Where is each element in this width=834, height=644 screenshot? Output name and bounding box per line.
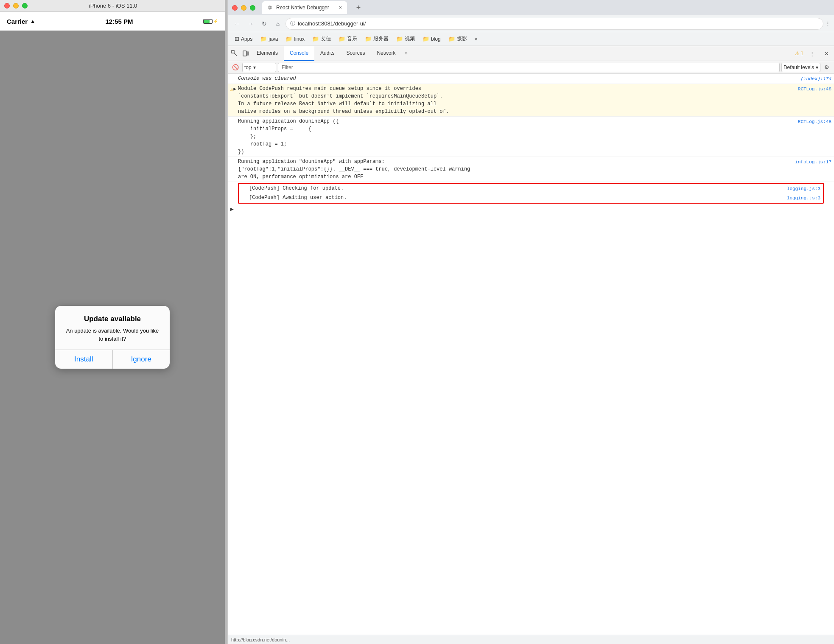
- tab-console[interactable]: Console: [284, 46, 314, 61]
- entry-icon-running2: [230, 158, 238, 159]
- devtools-tabs: Elements Console Audits Sources Network …: [228, 46, 834, 61]
- extension-area: ⋮: [825, 20, 831, 27]
- home-button[interactable]: ⌂: [272, 18, 284, 30]
- customize-button[interactable]: ⋮: [806, 48, 818, 59]
- extensions-icon: ⋮: [825, 20, 831, 27]
- bookmark-java[interactable]: 📁 java: [257, 35, 281, 43]
- statusbar-time: 12:55 PM: [106, 18, 133, 25]
- console-entry-running1: Running application dounineApp ({ initia…: [228, 117, 834, 157]
- chrome-minimize-button[interactable]: [241, 5, 246, 11]
- console-input[interactable]: [236, 206, 831, 212]
- tab-audits[interactable]: Audits: [314, 46, 340, 61]
- context-label: top: [244, 64, 252, 70]
- info-icon: ⓘ: [290, 20, 295, 27]
- entry-source-cleared[interactable]: (index):174: [797, 75, 831, 83]
- element-picker-icon[interactable]: [229, 48, 240, 59]
- bookmark-apps[interactable]: ⊞ Apps: [231, 35, 256, 43]
- console-prompt: ▶: [230, 206, 234, 213]
- video-bookmark-icon: 📁: [396, 36, 403, 42]
- bookmark-aijia[interactable]: 📁 艾佳: [309, 34, 334, 43]
- ignore-button[interactable]: Ignore: [113, 350, 170, 369]
- bookmark-music[interactable]: 📁 音乐: [335, 34, 361, 43]
- close-devtools-button[interactable]: ✕: [820, 48, 832, 59]
- statusbar-right: ⚡: [203, 19, 218, 24]
- reload-button[interactable]: ↻: [258, 18, 270, 30]
- bookmark-aijia-label: 艾佳: [321, 35, 331, 42]
- devtools-panel: ⚛ React Native Debugger × + ← → ↻ ⌂ ⓘ lo…: [227, 0, 834, 644]
- forward-button[interactable]: →: [245, 18, 257, 30]
- install-button[interactable]: Install: [55, 350, 113, 369]
- entry-source-warning[interactable]: RCTLog.js:48: [795, 85, 831, 93]
- address-bar[interactable]: ⓘ localhost:8081/debugger-ui/: [285, 18, 823, 30]
- entry-text-running2: Running application "dounineApp" with ap…: [238, 158, 792, 181]
- console-entry-cleared: Console was cleared (index):174: [228, 74, 834, 84]
- bookmark-photo-label: 摄影: [457, 35, 467, 42]
- context-selector[interactable]: top ▾: [242, 63, 276, 72]
- statusbar-left: Carrier ▲: [7, 18, 35, 25]
- chrome-close-button[interactable]: [232, 5, 238, 11]
- simulator-titlebar: iPhone 6 - iOS 11.0: [0, 0, 225, 12]
- carrier-label: Carrier: [7, 18, 28, 25]
- warning-count: 1: [800, 50, 803, 56]
- chrome-traffic-lights: [232, 5, 255, 11]
- lightning-icon: ⚡: [213, 19, 218, 23]
- tab-network[interactable]: Network: [371, 46, 401, 61]
- bookmark-more-label: »: [475, 36, 478, 42]
- log-levels-selector[interactable]: Default levels ▾: [781, 63, 820, 72]
- photo-bookmark-icon: 📁: [448, 36, 455, 42]
- tab-close-button[interactable]: ×: [339, 5, 342, 11]
- ios-alert-dialog: Update available An update is available.…: [55, 306, 170, 368]
- new-tab-button[interactable]: +: [352, 1, 365, 14]
- battery-icon: ⚡: [203, 19, 218, 24]
- entry-source-codepush2[interactable]: logging.js:3: [784, 194, 820, 202]
- entry-text-warning: Module CodePush requires main queue setu…: [238, 85, 795, 115]
- bookmark-more[interactable]: »: [471, 35, 481, 43]
- console-highlight-box: [CodePush] Checking for update. logging.…: [238, 183, 824, 204]
- bookmark-music-label: 音乐: [347, 35, 357, 42]
- bookmark-blog[interactable]: 📁 blog: [419, 35, 444, 43]
- entry-icon-codepush2: [241, 194, 249, 195]
- ios-device: Carrier ▲ 12:55 PM ⚡ Update available An…: [0, 12, 225, 644]
- ios-screen: Update available An update is available.…: [0, 31, 225, 644]
- entry-source-running1[interactable]: RCTLog.js:48: [795, 118, 831, 126]
- console-filter-input[interactable]: [278, 63, 780, 72]
- statusbar-url: http://blog.csdn.net/dounin...: [231, 637, 290, 642]
- chrome-maximize-button[interactable]: [250, 5, 255, 11]
- console-entry-warning: ⚠ ▶ Module CodePush requires main queue …: [228, 84, 834, 117]
- ios-alert-message: An update is available. Would you like t…: [64, 327, 161, 342]
- linux-bookmark-icon: 📁: [285, 36, 292, 42]
- bookmark-blog-label: blog: [431, 36, 441, 42]
- battery-body: [203, 19, 213, 24]
- bookmark-server[interactable]: 📁 服务器: [361, 34, 392, 43]
- devtools-inner: Elements Console Audits Sources Network …: [228, 46, 834, 635]
- bookmark-java-label: java: [269, 36, 278, 42]
- levels-label: Default levels: [784, 64, 814, 70]
- bookmark-photo[interactable]: 📁 摄影: [445, 34, 470, 43]
- tab-more[interactable]: »: [401, 46, 411, 61]
- console-input-row: ▶: [228, 204, 834, 214]
- svg-rect-0: [232, 50, 234, 53]
- tab-favicon: ⚛: [267, 4, 273, 11]
- console-settings-button[interactable]: ⚙: [822, 63, 831, 72]
- address-text: localhost:8081/debugger-ui/: [298, 20, 366, 27]
- entry-source-codepush1[interactable]: logging.js:3: [784, 185, 820, 193]
- devtools-actions: ⚠ 1 ⋮ ✕: [795, 48, 832, 59]
- console-entry-codepush2: [CodePush] Awaiting user action. logging…: [239, 193, 823, 203]
- bookmark-video[interactable]: 📁 视频: [393, 34, 418, 43]
- chrome-toolbar: ← → ↻ ⌂ ⓘ localhost:8081/debugger-ui/ ⋮: [228, 15, 834, 32]
- console-output: Console was cleared (index):174 ⚠ ▶ Modu…: [228, 74, 834, 635]
- bookmark-server-label: 服务器: [373, 35, 389, 42]
- chrome-statusbar: http://blog.csdn.net/dounin...: [228, 635, 834, 644]
- entry-text-running1: Running application dounineApp ({ initia…: [238, 118, 795, 156]
- tab-elements[interactable]: Elements: [251, 46, 284, 61]
- entry-source-running2[interactable]: infoLog.js:17: [792, 158, 831, 166]
- warning-badge: ⚠ 1: [795, 50, 803, 56]
- bookmark-linux[interactable]: 📁 linux: [282, 35, 308, 43]
- device-toggle-icon[interactable]: [241, 48, 251, 59]
- blog-bookmark-icon: 📁: [423, 36, 429, 42]
- clear-console-button[interactable]: 🚫: [230, 62, 241, 73]
- back-button[interactable]: ←: [231, 18, 243, 30]
- tab-sources[interactable]: Sources: [340, 46, 371, 61]
- chrome-tab-active[interactable]: ⚛ React Native Debugger ×: [262, 1, 347, 14]
- expand-arrow-icon[interactable]: ▶: [233, 86, 236, 93]
